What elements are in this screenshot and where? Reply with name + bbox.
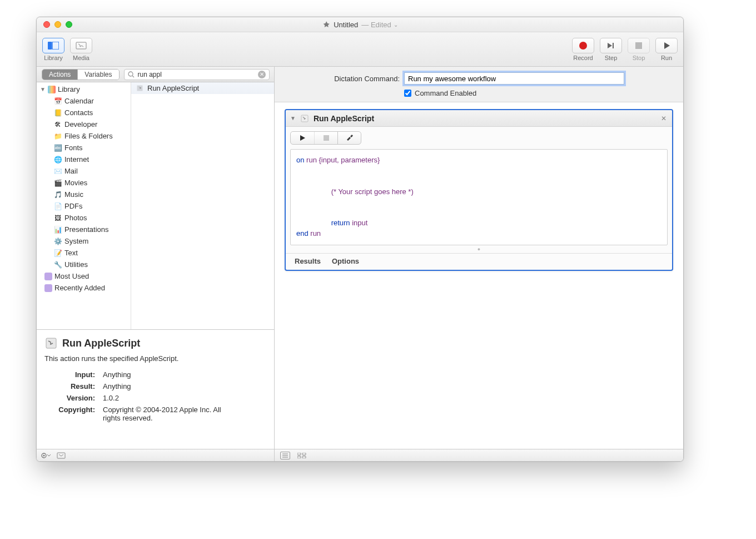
library-item[interactable]: 🛠Developer [37, 118, 131, 130]
title-bar[interactable]: Untitled — Edited ⌄ [37, 17, 683, 32]
library-icon [48, 86, 56, 93]
document-state: — Edited [361, 21, 391, 29]
library-root[interactable]: ▼Library [37, 83, 131, 95]
action-header[interactable]: ▼ Run AppleScript ✕ [286, 110, 672, 127]
script-icon [44, 337, 58, 350]
svg-line-5 [132, 76, 134, 77]
search-icon [128, 71, 135, 78]
desc-result: Anything [100, 381, 238, 392]
category-icon: 🔧 [53, 260, 62, 269]
script-editor[interactable]: on run {input, parameters} (* Your scrip… [290, 149, 668, 245]
compile-script-button[interactable] [337, 132, 361, 144]
hammer-icon [346, 134, 354, 142]
play-icon [299, 135, 306, 141]
toggle-description-button[interactable] [57, 452, 66, 459]
library-item[interactable]: 🖼Photos [37, 212, 131, 224]
category-icon: 📅 [53, 97, 62, 106]
library-item-label: PDFs [64, 202, 83, 210]
library-item-label: Contacts [64, 108, 93, 117]
stop-label: Stop [633, 55, 645, 61]
svg-rect-14 [297, 453, 301, 455]
variables-view-button[interactable] [297, 452, 307, 459]
library-item-label: Photos [64, 214, 87, 222]
search-input[interactable] [138, 71, 255, 78]
dictation-command-input[interactable] [404, 72, 624, 85]
library-item[interactable]: 📒Contacts [37, 107, 131, 118]
workflow-panel: Dictation Command: Command Enabled ▼ Run… [275, 67, 683, 461]
library-item-label: Text [64, 249, 78, 257]
description-summary: This action runs the specified AppleScri… [44, 354, 266, 363]
svg-rect-9 [57, 453, 65, 458]
desc-copyright-label: Copyright: [46, 404, 98, 423]
step-label: Step [605, 55, 618, 61]
library-tree[interactable]: ▼Library 📅Calendar📒Contacts🛠Developer📁Fi… [37, 82, 131, 329]
log-view-button[interactable] [280, 452, 290, 459]
action-title: Run AppleScript [314, 114, 374, 123]
most-used[interactable]: Most Used [37, 270, 131, 282]
options-tab[interactable]: Options [332, 257, 359, 265]
library-item-label: System [64, 237, 88, 245]
record-button[interactable] [572, 38, 594, 53]
library-item[interactable]: 📊Presentations [37, 224, 131, 235]
desc-result-label: Result: [46, 381, 98, 392]
run-button[interactable] [655, 38, 678, 53]
desc-input-label: Input: [46, 369, 98, 380]
close-window-button[interactable] [43, 21, 50, 28]
library-item[interactable]: 📅Calendar [37, 95, 131, 107]
description-panel: Run AppleScript This action runs the spe… [37, 329, 274, 449]
window-title[interactable]: Untitled — Edited ⌄ [322, 21, 398, 29]
minimize-window-button[interactable] [54, 21, 61, 28]
clear-search-button[interactable]: ✕ [258, 71, 266, 78]
stop-icon [324, 135, 329, 141]
disclosure-triangle-icon[interactable]: ▼ [290, 115, 296, 121]
command-enabled-checkbox[interactable] [404, 90, 411, 97]
library-item-label: Files & Folders [64, 132, 113, 140]
svg-rect-1 [52, 42, 59, 50]
workflow-status-bar [275, 449, 683, 461]
svg-rect-17 [302, 456, 306, 458]
library-item[interactable]: 📝Text [37, 247, 131, 259]
remove-action-button[interactable]: ✕ [661, 115, 667, 122]
stop-button[interactable] [628, 38, 650, 53]
svg-point-4 [128, 72, 133, 76]
library-item[interactable]: ⚙️System [37, 235, 131, 247]
gear-menu-button[interactable] [41, 452, 51, 459]
library-item-label: Developer [64, 120, 97, 128]
result-run-applescript[interactable]: Run AppleScript [131, 82, 274, 94]
results-tab[interactable]: Results [295, 257, 321, 265]
library-item[interactable]: 🌐Internet [37, 154, 131, 165]
media-button[interactable] [70, 38, 92, 53]
category-icon: 🌐 [53, 155, 62, 164]
svg-rect-15 [302, 453, 306, 455]
library-item[interactable]: 🔤Fonts [37, 142, 131, 154]
tab-variables[interactable]: Variables [77, 70, 118, 80]
category-icon: 📊 [53, 225, 62, 234]
library-root-label: Library [58, 85, 80, 93]
resize-grip[interactable]: ● [286, 245, 672, 253]
run-script-button[interactable] [291, 132, 314, 144]
library-item-label: Internet [64, 155, 89, 164]
recently-added-label: Recently Added [54, 284, 105, 292]
library-item[interactable]: 🎬Movies [37, 177, 131, 189]
stop-script-button[interactable] [314, 132, 337, 144]
document-title: Untitled [334, 21, 358, 29]
action-results-list[interactable]: Run AppleScript [131, 82, 274, 329]
svg-rect-6 [46, 338, 56, 348]
library-item[interactable]: 🎵Music [37, 189, 131, 200]
library-toggle-button[interactable] [42, 38, 64, 53]
library-item-label: Fonts [64, 144, 83, 152]
step-button[interactable] [600, 38, 622, 53]
chevron-down-icon: ⌄ [394, 22, 398, 28]
category-icon: ⚙️ [53, 237, 62, 246]
library-icon [48, 42, 59, 50]
play-icon [663, 42, 670, 50]
tab-actions[interactable]: Actions [42, 70, 77, 80]
svg-rect-2 [76, 42, 86, 49]
zoom-window-button[interactable] [66, 21, 72, 28]
library-item[interactable]: ✉️Mail [37, 165, 131, 177]
library-item[interactable]: 📁Files & Folders [37, 130, 131, 142]
recently-added[interactable]: Recently Added [37, 282, 131, 294]
library-item[interactable]: 🔧Utilities [37, 259, 131, 270]
library-item[interactable]: 📄PDFs [37, 200, 131, 212]
library-item-label: Movies [64, 179, 87, 187]
